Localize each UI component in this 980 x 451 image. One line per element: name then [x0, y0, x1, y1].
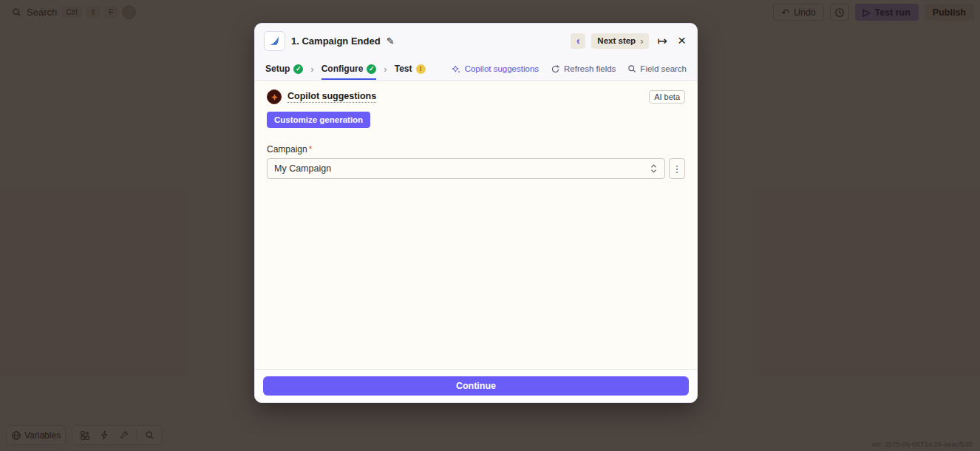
campaign-field-row: My Campaign ⋮ [267, 158, 685, 179]
tab-configure-label: Configure [321, 64, 364, 74]
tab-setup-label: Setup [265, 64, 290, 74]
tab-setup[interactable]: Setup ✓ [265, 58, 303, 80]
refresh-fields-button[interactable]: Refresh fields [551, 64, 616, 74]
field-search-label: Field search [640, 64, 687, 73]
campaign-select-value: My Campaign [274, 163, 331, 174]
previous-step-button[interactable]: ‹ [571, 33, 585, 49]
search-icon [627, 64, 636, 73]
copilot-suggestions-label: Copilot suggestions [465, 64, 539, 73]
step-config-modal: 1. Campaign Ended ✎ ‹ Next step › ↦ × Se… [254, 23, 698, 403]
continue-button[interactable]: Continue [263, 376, 689, 396]
tab-test[interactable]: Test ! [395, 58, 426, 80]
edit-title-icon[interactable]: ✎ [387, 35, 395, 47]
fin-logo-icon [268, 35, 281, 47]
tab-tools: Copilot suggestions Refresh fields Field… [452, 64, 687, 74]
check-icon: ✓ [367, 64, 376, 74]
warning-icon: ! [416, 64, 426, 74]
sparkle-icon [270, 93, 279, 101]
copilot-badge-icon [267, 89, 282, 104]
copilot-row: Copilot suggestions AI beta [267, 89, 685, 104]
modal-footer: Continue [255, 369, 697, 402]
tab-separator: › [384, 64, 387, 75]
field-menu-button[interactable]: ⋮ [669, 158, 685, 179]
app-logo [264, 31, 285, 51]
kebab-icon: ⋮ [673, 163, 682, 174]
next-step-button[interactable]: Next step › [591, 33, 649, 49]
field-search-button[interactable]: Field search [627, 64, 687, 73]
tab-configure[interactable]: Configure ✓ [321, 58, 377, 80]
refresh-fields-label: Refresh fields [564, 64, 616, 73]
copilot-suggestions-button[interactable]: Copilot suggestions [452, 64, 539, 74]
close-icon[interactable]: × [676, 33, 688, 49]
customize-generation-button[interactable]: Customize generation [267, 112, 370, 128]
campaign-field-label: Campaign* [267, 144, 685, 155]
chevron-left-icon: ‹ [576, 35, 580, 47]
chevron-right-icon: › [640, 35, 643, 47]
combobox-chevrons-icon [650, 163, 658, 174]
copilot-title: Copilot suggestions [287, 91, 376, 103]
step-tabbar: Setup ✓ › Configure ✓ › Test ! Copilot s… [255, 58, 697, 81]
tab-test-label: Test [395, 64, 412, 74]
next-step-label: Next step [597, 36, 636, 45]
campaign-label-text: Campaign [267, 144, 307, 155]
modal-header: 1. Campaign Ended ✎ ‹ Next step › ↦ × [255, 24, 697, 58]
check-icon: ✓ [293, 64, 303, 74]
configure-panel: Copilot suggestions AI beta Customize ge… [255, 81, 697, 369]
tab-separator: › [310, 64, 313, 75]
refresh-icon [551, 64, 560, 74]
sparkle-icon [452, 64, 461, 74]
required-asterisk: * [309, 144, 313, 155]
campaign-select[interactable]: My Campaign [267, 158, 665, 179]
ai-beta-badge: AI beta [649, 90, 685, 104]
collapse-panel-icon[interactable]: ↦ [655, 34, 669, 48]
step-title: 1. Campaign Ended [291, 35, 381, 47]
